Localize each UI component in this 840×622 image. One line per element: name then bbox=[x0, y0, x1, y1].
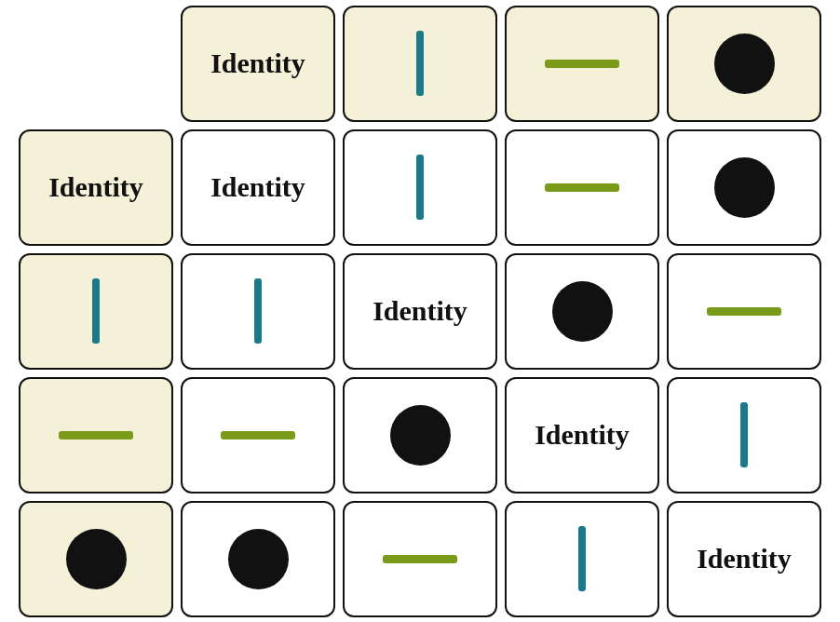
identity-label: Identity bbox=[210, 171, 305, 203]
cell-19 bbox=[667, 377, 821, 494]
cell-10 bbox=[19, 253, 173, 370]
cell-17 bbox=[343, 377, 497, 494]
horizontal-bar bbox=[59, 431, 133, 439]
cell-18: Identity bbox=[505, 377, 659, 494]
horizontal-bar bbox=[221, 431, 295, 439]
vertical-bar bbox=[416, 31, 424, 96]
circle-shape bbox=[390, 405, 451, 466]
cell-13 bbox=[505, 253, 659, 370]
cell-21 bbox=[181, 501, 335, 617]
matrix-grid: IdentityIdentityIdentityIdentityIdentity… bbox=[9, 0, 831, 622]
circle-shape bbox=[714, 34, 775, 94]
vertical-bar bbox=[254, 278, 262, 344]
cell-24: Identity bbox=[667, 501, 821, 617]
identity-label: Identity bbox=[210, 47, 305, 79]
identity-label: Identity bbox=[697, 543, 792, 575]
vertical-bar bbox=[92, 278, 100, 344]
cell-22 bbox=[343, 501, 497, 617]
cell-23 bbox=[505, 501, 659, 617]
horizontal-bar bbox=[707, 307, 781, 316]
cell-15 bbox=[19, 377, 173, 494]
cell-5: Identity bbox=[19, 129, 173, 246]
cell-0 bbox=[19, 6, 173, 122]
horizontal-bar bbox=[545, 183, 619, 192]
identity-label: Identity bbox=[48, 171, 143, 203]
vertical-bar bbox=[416, 155, 424, 220]
cell-14 bbox=[667, 253, 821, 370]
cell-12: Identity bbox=[343, 253, 497, 370]
circle-shape bbox=[552, 281, 613, 342]
identity-label: Identity bbox=[535, 419, 630, 451]
cell-11 bbox=[181, 253, 335, 370]
horizontal-bar bbox=[383, 555, 457, 563]
circle-shape bbox=[66, 529, 127, 589]
cell-16 bbox=[181, 377, 335, 494]
cell-6: Identity bbox=[181, 129, 335, 246]
vertical-bar bbox=[578, 526, 586, 591]
cell-8 bbox=[505, 129, 659, 246]
cell-3 bbox=[505, 6, 659, 122]
cell-1: Identity bbox=[181, 6, 335, 122]
cell-7 bbox=[343, 129, 497, 246]
circle-shape bbox=[228, 529, 289, 589]
horizontal-bar bbox=[545, 60, 619, 68]
vertical-bar bbox=[740, 402, 748, 467]
cell-4 bbox=[667, 6, 821, 122]
cell-20 bbox=[19, 501, 173, 617]
cell-9 bbox=[667, 129, 821, 246]
identity-label: Identity bbox=[373, 295, 467, 327]
cell-2 bbox=[343, 6, 497, 122]
circle-shape bbox=[714, 157, 775, 218]
